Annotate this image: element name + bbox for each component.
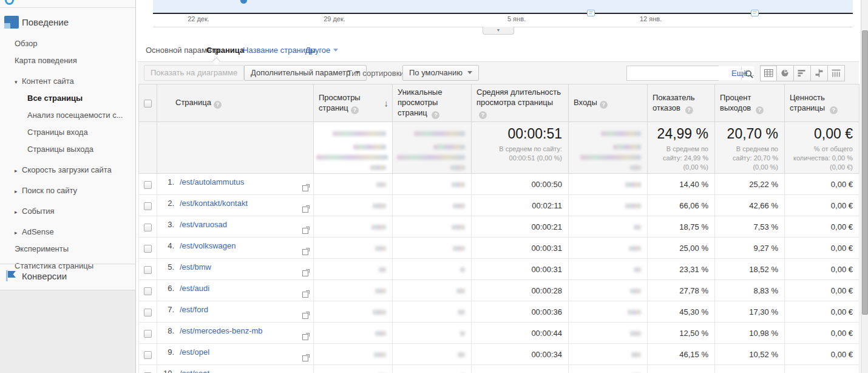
timeline-chart-area[interactable] bbox=[153, 0, 853, 13]
sidebar-item[interactable]: Страницы выхода bbox=[0, 141, 135, 158]
row-checkbox[interactable] bbox=[144, 266, 152, 274]
help-icon[interactable]: ? bbox=[432, 111, 439, 119]
sidebar-item[interactable]: Анализ посещаемости с... bbox=[0, 107, 135, 124]
external-link-icon[interactable] bbox=[302, 205, 310, 213]
exit-rate-cell: 17,30 % bbox=[715, 301, 785, 323]
page-link[interactable]: /est/ford bbox=[180, 305, 208, 314]
scrollbar-thumb[interactable] bbox=[862, 30, 868, 315]
unique-pageviews-cell bbox=[393, 323, 472, 344]
row-checkbox[interactable] bbox=[144, 330, 152, 338]
sidebar-item[interactable]: ▸Скорость загрузки сайта bbox=[0, 162, 135, 179]
unique-pageviews-cell bbox=[393, 259, 472, 280]
sidebar-item[interactable]: ▸AdSense bbox=[0, 224, 135, 241]
table-row: 6./est/audi 00:00:28 27,78 % 8,83 % 0,00… bbox=[139, 280, 860, 301]
help-icon[interactable]: ? bbox=[351, 106, 359, 114]
page-link[interactable]: /est/autolammutus bbox=[180, 177, 244, 187]
exit-rate-cell: 42,66 % bbox=[715, 195, 785, 216]
page-link[interactable]: /est/opel bbox=[180, 347, 209, 357]
help-icon[interactable]: ? bbox=[600, 101, 608, 109]
help-icon[interactable]: ? bbox=[214, 101, 222, 109]
column-header-entrances[interactable]: Входы? bbox=[569, 84, 648, 122]
sort-type-button[interactable]: По умолчанию bbox=[402, 65, 479, 81]
sidebar-item[interactable]: ▸События bbox=[0, 203, 135, 220]
sidebar-item[interactable]: Обзор bbox=[0, 35, 135, 52]
column-header-bounce-rate[interactable]: Показатель отказов ? bbox=[648, 84, 715, 122]
disclosure-triangle-icon: ▸ bbox=[15, 224, 22, 241]
unique-pageviews-cell bbox=[393, 301, 472, 323]
table-view-button[interactable] bbox=[760, 65, 777, 81]
column-header-exit-rate[interactable]: Процент выходов ? bbox=[715, 84, 785, 122]
pageviews-cell bbox=[314, 365, 393, 373]
vertical-scrollbar[interactable] bbox=[861, 0, 868, 373]
row-checkbox[interactable] bbox=[144, 309, 152, 317]
summary-page-value: 0,00 € % от общегоколичества: 0,00 %(0,0… bbox=[785, 122, 860, 174]
traffic-sources-icon bbox=[5, 0, 14, 5]
bounce-rate-cell: 23,31 % bbox=[648, 259, 715, 280]
help-icon[interactable]: ? bbox=[830, 106, 838, 114]
help-icon[interactable]: ? bbox=[479, 111, 487, 119]
dimension-tab-page-title[interactable]: Название страницы bbox=[243, 46, 316, 55]
bounce-rate-cell: 66,06 % bbox=[648, 195, 715, 216]
page-link[interactable]: /est/mercedes-benz-mb bbox=[180, 326, 263, 335]
unique-pageviews-cell bbox=[393, 174, 472, 195]
column-header-page[interactable]: Страница? bbox=[157, 84, 314, 122]
external-link-icon[interactable] bbox=[302, 248, 310, 255]
row-checkbox[interactable] bbox=[144, 181, 152, 189]
page-link[interactable]: /est/kontakt/kontakt bbox=[180, 199, 248, 208]
help-icon[interactable]: ? bbox=[756, 106, 764, 114]
page-link[interactable]: /est/varuosad bbox=[180, 220, 227, 229]
annotations-expander[interactable]: ▼ bbox=[483, 27, 514, 35]
page-link[interactable]: /est/volkswagen bbox=[180, 241, 236, 250]
row-checkbox[interactable] bbox=[144, 287, 152, 295]
redacted-value bbox=[460, 331, 465, 336]
page-link[interactable]: /est/seat bbox=[180, 369, 209, 373]
redacted-value bbox=[625, 182, 641, 187]
sidebar-item[interactable]: ▸Поиск по сайту bbox=[0, 182, 135, 199]
external-link-icon[interactable] bbox=[302, 312, 310, 319]
column-header-unique-pageviews[interactable]: Уникальные просмотры страниц ? bbox=[393, 84, 472, 122]
help-icon[interactable]: ? bbox=[685, 106, 693, 114]
sidebar-item[interactable]: Страницы входа bbox=[0, 124, 135, 141]
search-input[interactable] bbox=[627, 66, 741, 80]
row-checkbox[interactable] bbox=[144, 245, 152, 253]
entrances-cell bbox=[569, 301, 648, 323]
sort-desc-icon: ↓ bbox=[384, 98, 389, 108]
page-link[interactable]: /est/audi bbox=[180, 284, 209, 293]
external-link-icon[interactable] bbox=[302, 269, 310, 276]
sidebar-section-behavior[interactable]: Поведение bbox=[0, 12, 135, 34]
row-number: 5. bbox=[157, 262, 174, 272]
percentage-view-button[interactable] bbox=[777, 65, 794, 81]
advanced-filter-link[interactable]: Ещё... bbox=[731, 69, 754, 78]
plot-rows-button[interactable]: Показать на диаграмме bbox=[144, 65, 244, 81]
column-header-page-value[interactable]: Ценность страницы ? bbox=[785, 84, 860, 122]
chevron-down-icon: ▼ bbox=[483, 27, 514, 33]
row-checkbox[interactable] bbox=[144, 224, 152, 231]
dimension-tab-other[interactable]: Другое bbox=[305, 46, 338, 55]
page-link[interactable]: /est/bmw bbox=[180, 262, 211, 272]
external-link-icon[interactable] bbox=[302, 354, 310, 361]
sidebar-item[interactable]: Эксперименты bbox=[0, 241, 135, 258]
sidebar-item-label: События bbox=[22, 207, 55, 216]
external-link-icon[interactable] bbox=[302, 184, 310, 191]
sidebar-item[interactable]: Карта поведения bbox=[0, 52, 135, 69]
exit-rate-cell: 8,83 % bbox=[715, 280, 785, 301]
row-checkbox[interactable] bbox=[144, 202, 152, 210]
dimension-tab-page[interactable]: Страница bbox=[206, 46, 244, 55]
pivot-view-button[interactable] bbox=[828, 65, 845, 81]
row-checkbox[interactable] bbox=[144, 351, 152, 359]
select-all-checkbox[interactable] bbox=[144, 100, 152, 108]
sidebar-item[interactable]: Все страницы bbox=[0, 90, 135, 107]
comparison-view-button[interactable] bbox=[811, 65, 828, 81]
performance-view-button[interactable] bbox=[794, 65, 811, 81]
column-header-avg-time[interactable]: Средняя длительность просмотра страницы … bbox=[472, 84, 569, 122]
sidebar-item[interactable]: ▾Контент сайта bbox=[0, 73, 135, 90]
external-link-icon[interactable] bbox=[302, 290, 310, 298]
external-link-icon[interactable] bbox=[302, 227, 310, 234]
behavior-icon bbox=[4, 16, 19, 29]
sidebar-section-conversions[interactable]: Конверсии bbox=[0, 266, 135, 288]
bounce-rate-cell: 25,00 % bbox=[648, 238, 715, 259]
summary-entrances-redacted bbox=[569, 122, 648, 174]
external-link-icon[interactable] bbox=[302, 333, 310, 340]
table-row: 4./est/volkswagen 00:00:31 25,00 % 9,27 … bbox=[139, 238, 860, 259]
column-header-pageviews[interactable]: Просмотры страниц?↓ bbox=[314, 84, 393, 122]
